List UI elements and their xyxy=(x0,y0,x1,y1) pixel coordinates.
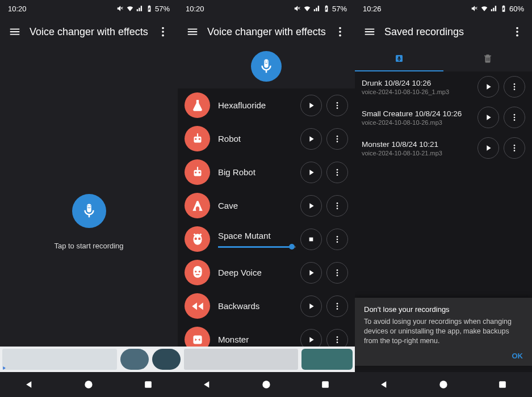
more-icon xyxy=(333,201,342,210)
ad-info-icon xyxy=(1,365,7,371)
play-button[interactable] xyxy=(300,262,322,284)
nav-recent-icon[interactable] xyxy=(497,379,508,390)
effect-row: Cave xyxy=(178,189,355,222)
more-button[interactable] xyxy=(506,20,529,43)
nav-home-icon[interactable] xyxy=(83,379,94,390)
effect-label: Backwards xyxy=(218,301,296,311)
recording-more-button[interactable] xyxy=(504,137,525,159)
play-icon xyxy=(484,82,493,91)
play-button[interactable] xyxy=(477,76,499,98)
effect-row: Robot xyxy=(178,122,355,155)
effect-row: Big Robot xyxy=(178,155,355,189)
record-button[interactable] xyxy=(72,194,106,228)
nav-back-icon[interactable] xyxy=(202,379,213,390)
more-icon xyxy=(510,113,519,122)
recording-filename: voice-2024-10-08-10-21.mp3 xyxy=(362,150,473,157)
tab-trash[interactable] xyxy=(443,47,532,71)
menu-button[interactable] xyxy=(3,20,26,43)
effect-more-button[interactable] xyxy=(326,295,348,317)
effect-icon xyxy=(185,293,210,319)
effect-more-button[interactable] xyxy=(326,95,348,116)
mute-icon xyxy=(294,5,301,12)
playback-progress[interactable] xyxy=(218,246,296,248)
screen-effects: 10:20 57% Voice changer with effects Hex… xyxy=(178,0,355,397)
recording-row: Drunk 10/8/24 10:26 voice-2024-10-08-10-… xyxy=(355,71,532,102)
menu-icon xyxy=(9,26,21,38)
more-icon xyxy=(511,26,523,38)
recording-title: Small Creature 10/8/24 10:26 xyxy=(362,109,473,118)
play-button[interactable] xyxy=(477,137,499,159)
app-bar: Voice changer with effects xyxy=(0,17,178,47)
nav-back-icon[interactable] xyxy=(24,379,35,390)
recording-filename: voice-2024-10-08-10-26.mp3 xyxy=(362,119,473,126)
play-button[interactable] xyxy=(477,107,499,128)
more-icon xyxy=(333,101,342,110)
play-button[interactable] xyxy=(300,128,322,150)
play-button[interactable] xyxy=(300,295,322,317)
nav-recent-icon[interactable] xyxy=(320,379,331,390)
more-button[interactable] xyxy=(152,20,174,43)
recording-filename: voice-2024-10-08-10-26_1.mp3 xyxy=(362,88,473,95)
nav-home-icon[interactable] xyxy=(261,379,272,390)
mic-tab-icon xyxy=(394,53,404,64)
effect-more-button[interactable] xyxy=(326,262,348,284)
recording-row: Small Creature 10/8/24 10:26 voice-2024-… xyxy=(355,102,532,133)
status-battery: 60% xyxy=(509,5,524,13)
effect-icon xyxy=(185,126,210,151)
effect-icon xyxy=(185,193,210,218)
effect-icon xyxy=(185,92,210,118)
nav-home-icon[interactable] xyxy=(438,379,449,390)
tab-recordings[interactable] xyxy=(355,47,443,71)
battery-icon xyxy=(322,5,330,12)
menu-button[interactable] xyxy=(181,20,204,43)
effect-more-button[interactable] xyxy=(326,162,348,183)
app-title: Voice changer with effects xyxy=(30,26,152,38)
recording-row: Monster 10/8/24 10:21 voice-2024-10-08-1… xyxy=(355,133,532,163)
stop-button[interactable] xyxy=(300,229,322,250)
snackbar-ok-button[interactable]: OK xyxy=(364,352,523,360)
more-icon xyxy=(157,26,169,38)
effect-icon xyxy=(185,226,210,252)
stop-icon xyxy=(307,235,316,244)
effect-more-button[interactable] xyxy=(326,195,348,217)
play-icon xyxy=(307,201,316,210)
recording-more-button[interactable] xyxy=(504,107,525,128)
signal-icon xyxy=(313,5,321,12)
play-icon xyxy=(307,101,316,110)
nav-recent-icon[interactable] xyxy=(143,379,154,390)
play-icon xyxy=(307,168,316,177)
more-icon xyxy=(333,335,342,344)
trash-tab-icon xyxy=(483,53,493,64)
battery-icon xyxy=(145,5,153,12)
recording-title: Drunk 10/8/24 10:26 xyxy=(362,79,473,87)
effect-label: Hexafluoride xyxy=(218,100,296,110)
menu-button[interactable] xyxy=(358,20,381,43)
effect-label: Deep Voice xyxy=(218,268,296,277)
more-icon xyxy=(334,26,346,38)
ad-banner[interactable] xyxy=(0,347,355,372)
effect-row: Space Mutant xyxy=(178,222,355,256)
tap-to-record-label: Tap to start recording xyxy=(54,242,123,250)
play-button[interactable] xyxy=(300,195,322,217)
wifi-icon xyxy=(303,5,311,12)
play-icon xyxy=(307,335,316,344)
play-button[interactable] xyxy=(300,162,322,183)
play-button[interactable] xyxy=(300,95,322,116)
recording-more-button[interactable] xyxy=(504,76,525,98)
status-battery: 57% xyxy=(155,5,170,13)
status-bar: 10:20 57% xyxy=(0,0,178,17)
effect-label: Space Mutant xyxy=(218,231,296,240)
snackbar-title: Don't lose your recordings xyxy=(364,305,523,314)
recording-title: Monster 10/8/24 10:21 xyxy=(362,140,473,149)
battery-icon xyxy=(500,5,508,12)
nav-back-icon[interactable] xyxy=(379,379,390,390)
more-icon xyxy=(510,82,519,91)
more-icon xyxy=(333,134,342,143)
play-icon xyxy=(484,143,493,153)
more-button[interactable] xyxy=(329,20,351,43)
record-button[interactable] xyxy=(251,51,282,82)
more-icon xyxy=(333,235,342,244)
effect-more-button[interactable] xyxy=(326,229,348,250)
effect-label: Robot xyxy=(218,134,296,143)
effect-more-button[interactable] xyxy=(326,128,348,150)
